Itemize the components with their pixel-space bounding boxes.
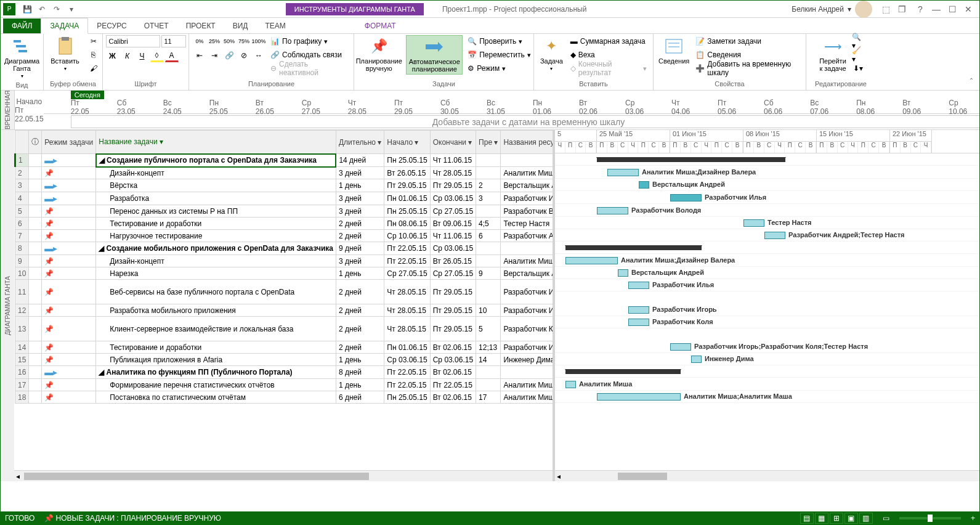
name-cell[interactable]: Нарезка	[96, 267, 336, 280]
fill-button[interactable]: ⬇▾	[851, 62, 865, 75]
gantt-hscroll[interactable]: ◂	[555, 470, 979, 481]
gantt-bar[interactable]: Разработчик Володя	[597, 207, 628, 214]
end-cell[interactable]: Ср 27.05.15	[430, 205, 476, 218]
font-color-button[interactable]: A	[165, 50, 179, 62]
name-cell[interactable]: Дизайн-концепт	[96, 255, 336, 267]
pred-cell[interactable]	[476, 255, 501, 267]
pred-cell[interactable]	[476, 366, 501, 379]
duration-cell[interactable]: 2 дней	[336, 317, 384, 341]
cut-icon[interactable]: ✂	[87, 35, 100, 47]
start-cell[interactable]: Чт 28.05.15	[384, 304, 430, 317]
start-cell[interactable]: Пт 22.05.15	[384, 366, 430, 379]
row-number[interactable]: 13	[15, 317, 29, 341]
end-cell[interactable]: Ср 03.06.15	[430, 242, 476, 255]
mode-cell[interactable]: 📌	[42, 280, 96, 304]
duration-cell[interactable]: 2 дней	[336, 280, 384, 304]
start-cell[interactable]: Пн 01.06.15	[384, 192, 430, 205]
row-number[interactable]: 18	[15, 391, 29, 404]
info-cell[interactable]	[29, 304, 42, 317]
start-cell[interactable]: Ср 27.05.15	[384, 267, 430, 280]
mode-cell[interactable]: 📌	[42, 354, 96, 366]
end-cell[interactable]: Чт 11.06.15	[430, 230, 476, 242]
end-cell[interactable]: Ср 27.05.15	[430, 267, 476, 280]
view-calendar-icon[interactable]: ▣	[844, 513, 858, 524]
gantt-bar[interactable]: Аналитик Миша;Дизайнер Валера	[607, 169, 639, 176]
pred-cell[interactable]: 10	[476, 304, 501, 317]
info-cell[interactable]	[29, 280, 42, 304]
row-number[interactable]: 15	[15, 354, 29, 366]
name-cell[interactable]: Формирование перечня статистических отчё…	[96, 379, 336, 391]
duration-cell[interactable]: 1 день	[336, 267, 384, 280]
pred-cell[interactable]: 4;5	[476, 218, 501, 230]
resource-cell[interactable]: Разработчик Воло	[501, 205, 553, 218]
tab-file[interactable]: ФАЙЛ	[3, 18, 41, 33]
gantt-bar[interactable]: Разработчик Игорь	[628, 306, 649, 314]
col-end[interactable]: Окончани ▾	[430, 131, 476, 154]
end-cell[interactable]: Ср 03.06.15	[430, 192, 476, 205]
scroll-to-task-button[interactable]: ⟶ Перейти к задаче	[817, 35, 849, 73]
row-number[interactable]: 6	[15, 218, 29, 230]
name-cell[interactable]: Веб-сервисы на базе публичного портала с…	[96, 280, 336, 304]
save-icon[interactable]: 💾	[22, 4, 33, 15]
view-switcher[interactable]: ▤ ▦ ⊞ ▣ ▥	[800, 513, 873, 524]
mode-cell[interactable]: 📌	[42, 230, 96, 242]
resource-cell[interactable]: Разработчик Илья	[501, 192, 553, 205]
name-cell[interactable]: Разработка мобильного приложения	[96, 304, 336, 317]
info-cell[interactable]	[29, 205, 42, 218]
start-cell[interactable]: Вт 26.05.15	[384, 167, 430, 179]
user-account[interactable]: Белкин Андрей ▾	[792, 1, 872, 18]
start-cell[interactable]: Пт 22.05.15	[384, 255, 430, 267]
ribbon-options-icon[interactable]: ⬚	[878, 3, 893, 15]
pred-cell[interactable]: 17	[476, 391, 501, 404]
pct-100-button[interactable]: 100%	[252, 35, 265, 47]
mode-cell[interactable]: 📌	[42, 379, 96, 391]
mode-cell[interactable]: ▬▸	[42, 366, 96, 379]
end-cell[interactable]: Пт 29.05.15	[430, 304, 476, 317]
duration-cell[interactable]: 9 дней	[336, 242, 384, 255]
name-cell[interactable]: Перенос данных из системы Р на ПП	[96, 205, 336, 218]
name-cell[interactable]: Тестирование и доработки	[96, 218, 336, 230]
row-number[interactable]: 7	[15, 230, 29, 242]
row-number[interactable]: 3	[15, 179, 29, 192]
auto-schedule-button[interactable]: Автоматическое планирование	[406, 35, 463, 75]
pct-50-button[interactable]: 50%	[222, 35, 236, 47]
row-number[interactable]: 5	[15, 205, 29, 218]
information-button[interactable]: Сведения	[657, 35, 690, 66]
end-cell[interactable]: Вт 02.06.15	[430, 366, 476, 379]
add-timeline-button[interactable]: ➕Добавить на временную шкалу	[693, 62, 802, 75]
name-cell[interactable]: Клиент-серверное взаимодействие и локаль…	[96, 317, 336, 341]
pred-cell[interactable]	[476, 205, 501, 218]
tab-team[interactable]: TEAM	[256, 18, 294, 33]
row-number[interactable]: 4	[15, 192, 29, 205]
end-cell[interactable]: Вт 09.06.15	[430, 218, 476, 230]
row-number[interactable]: 11	[15, 280, 29, 304]
view-resource-icon[interactable]: ▥	[859, 513, 873, 524]
duration-cell[interactable]: 3 дней	[336, 167, 384, 179]
zoom-slider[interactable]	[899, 517, 961, 519]
name-cell[interactable]: ◢ Создание публичного портала с OpenData…	[96, 154, 336, 167]
clear-button[interactable]: 🧹▾	[851, 49, 865, 61]
start-cell[interactable]: Пт 22.05.15	[384, 379, 430, 391]
gantt-bar[interactable]: Тестер Настя	[743, 219, 764, 227]
row-number[interactable]: 8	[15, 242, 29, 255]
gantt-bar[interactable]	[597, 157, 785, 162]
info-cell[interactable]	[29, 267, 42, 280]
duration-cell[interactable]: 14 дней	[336, 154, 384, 167]
gantt-bar[interactable]	[565, 369, 681, 374]
font-family-select[interactable]	[106, 35, 160, 47]
info-cell[interactable]	[29, 242, 42, 255]
gantt-bar[interactable]: Разработчик Андрей;Тестер Настя	[764, 232, 785, 239]
row-number[interactable]: 1	[15, 154, 29, 167]
mode-cell[interactable]: ▬▸	[42, 242, 96, 255]
zoom-in-icon[interactable]: +	[971, 514, 975, 523]
gantt-bar[interactable]: Разработчик Коля	[628, 319, 649, 326]
indent-button[interactable]: ⇥	[208, 49, 221, 62]
end-cell[interactable]: Пт 29.05.15	[430, 317, 476, 341]
duration-cell[interactable]: 1 день	[336, 354, 384, 366]
row-number[interactable]: 10	[15, 267, 29, 280]
duration-cell[interactable]: 1 день	[336, 179, 384, 192]
task-button[interactable]: ✦ Задача▾	[538, 35, 565, 73]
mode-cell[interactable]: 📌	[42, 341, 96, 354]
end-cell[interactable]: Вт 02.06.15	[430, 391, 476, 404]
info-cell[interactable]	[29, 218, 42, 230]
